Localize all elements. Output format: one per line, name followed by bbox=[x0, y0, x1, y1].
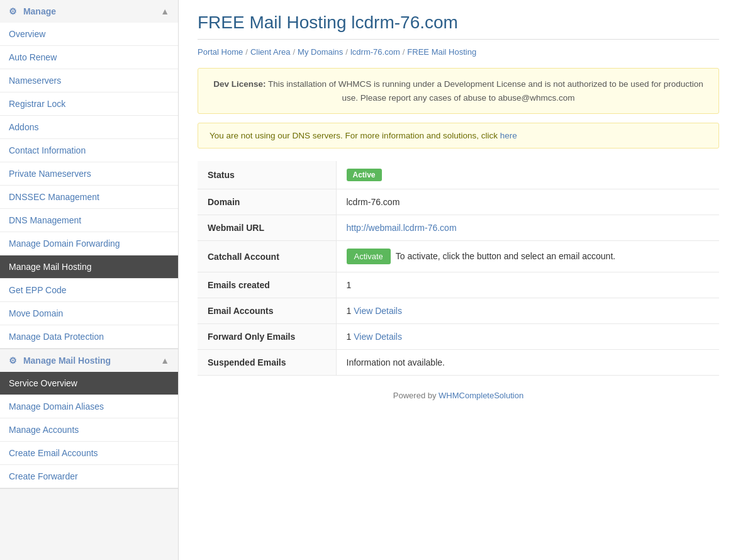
sidebar-item-nameservers[interactable]: Nameservers bbox=[0, 69, 178, 92]
table-cell-label: Catchall Account bbox=[198, 241, 336, 272]
breadcrumb-link-portal-home[interactable]: Portal Home bbox=[198, 47, 243, 57]
sidebar-item-private-nameservers[interactable]: Private Nameservers bbox=[0, 162, 178, 186]
table-cell-value: lcdrm-76.com bbox=[336, 189, 719, 215]
sidebar-section-mail-hosting-header: ⚙ Manage Mail Hosting ▲ bbox=[0, 349, 178, 372]
table-row: Forward Only Emails1 View Details bbox=[198, 324, 719, 350]
webmail-url-link[interactable]: http://webmail.lcdrm-76.com bbox=[347, 223, 457, 233]
breadcrumb-separator: / bbox=[403, 47, 405, 57]
table-cell-label: Email Accounts bbox=[198, 298, 336, 324]
table-cell-value: 1 View Details bbox=[336, 298, 719, 324]
powered-by-link[interactable]: WHMCompleteSolution bbox=[439, 391, 523, 400]
dev-license-text: This installation of WHMCS is running un… bbox=[266, 79, 703, 103]
table-cell-value: 1 View Details bbox=[336, 324, 719, 350]
chevron-up-icon2: ▲ bbox=[160, 356, 169, 366]
sidebar-item-addons[interactable]: Addons bbox=[0, 116, 178, 139]
sidebar-section1-title: Manage bbox=[23, 6, 56, 16]
table-cell-value: 1 bbox=[336, 272, 719, 298]
sidebar-item-manage-domain-forwarding[interactable]: Manage Domain Forwarding bbox=[0, 232, 178, 255]
gear-icon-manage: ⚙ bbox=[9, 6, 17, 16]
sidebar-item-dnssec-management[interactable]: DNSSEC Management bbox=[0, 186, 178, 209]
powered-by-prefix: Powered by bbox=[393, 391, 439, 400]
breadcrumb-link-client-area[interactable]: Client Area bbox=[250, 47, 291, 57]
powered-by: Powered by WHMCompleteSolution bbox=[198, 391, 719, 400]
sidebar-section-manage: ⚙ Manage ▲ OverviewAuto RenewNameservers… bbox=[0, 0, 178, 349]
breadcrumb-item-free-mail-hosting: FREE Mail Hosting bbox=[407, 47, 476, 57]
gear-icon-mail: ⚙ bbox=[9, 356, 17, 366]
chevron-up-icon: ▲ bbox=[160, 6, 169, 16]
table-row: Catchall AccountActivateTo activate, cli… bbox=[198, 241, 719, 272]
breadcrumb-separator: / bbox=[245, 47, 248, 57]
breadcrumb-link-lcdrm-76.com[interactable]: lcdrm-76.com bbox=[350, 47, 400, 57]
table-row: Emails created1 bbox=[198, 272, 719, 298]
table-row: StatusActive bbox=[198, 161, 719, 189]
view-details-link[interactable]: View Details bbox=[354, 306, 402, 316]
sidebar-item-manage-accounts[interactable]: Manage Accounts bbox=[0, 418, 178, 442]
sidebar-section2-title: Manage Mail Hosting bbox=[23, 356, 111, 366]
sidebar-section2-items: Service OverviewManage Domain AliasesMan… bbox=[0, 372, 178, 488]
status-badge: Active bbox=[347, 169, 382, 181]
view-details-link[interactable]: View Details bbox=[354, 332, 402, 342]
breadcrumb-separator: / bbox=[345, 47, 348, 57]
sidebar: ⚙ Manage ▲ OverviewAuto RenewNameservers… bbox=[0, 0, 179, 560]
dev-license-prefix: Dev License: bbox=[213, 79, 266, 89]
sidebar-item-manage-mail-hosting[interactable]: Manage Mail Hosting bbox=[0, 255, 178, 279]
breadcrumb-separator: / bbox=[293, 47, 295, 57]
table-cell-value: Information not available. bbox=[336, 350, 719, 376]
breadcrumb: Portal Home/Client Area/My Domains/lcdrm… bbox=[198, 47, 719, 57]
sidebar-item-move-domain[interactable]: Move Domain bbox=[0, 302, 178, 325]
sidebar-item-dns-management[interactable]: DNS Management bbox=[0, 209, 178, 232]
dns-alert: You are not using our DNS servers. For m… bbox=[198, 123, 719, 148]
table-cell-label: Emails created bbox=[198, 272, 336, 298]
sidebar-item-create-email-accounts[interactable]: Create Email Accounts bbox=[0, 442, 178, 465]
sidebar-item-overview[interactable]: Overview bbox=[0, 23, 178, 46]
table-row: Suspended EmailsInformation not availabl… bbox=[198, 350, 719, 376]
sidebar-section-manage-header: ⚙ Manage ▲ bbox=[0, 0, 178, 23]
table-row: Webmail URLhttp://webmail.lcdrm-76.com bbox=[198, 215, 719, 241]
dev-license-alert: Dev License: This installation of WHMCS … bbox=[198, 68, 719, 114]
sidebar-item-contact-information[interactable]: Contact Information bbox=[0, 139, 178, 162]
sidebar-item-auto-renew[interactable]: Auto Renew bbox=[0, 46, 178, 69]
table-cell-label: Suspended Emails bbox=[198, 350, 336, 376]
main-content: FREE Mail Hosting lcdrm-76.com Portal Ho… bbox=[179, 0, 738, 560]
info-table: StatusActiveDomainlcdrm-76.comWebmail UR… bbox=[198, 161, 719, 376]
sidebar-item-create-forwarder[interactable]: Create Forwarder bbox=[0, 465, 178, 488]
dns-alert-link[interactable]: here bbox=[500, 131, 517, 140]
table-cell-value: http://webmail.lcdrm-76.com bbox=[336, 215, 719, 241]
breadcrumb-link-my-domains[interactable]: My Domains bbox=[298, 47, 343, 57]
table-row: Email Accounts1 View Details bbox=[198, 298, 719, 324]
sidebar-item-get-epp-code[interactable]: Get EPP Code bbox=[0, 279, 178, 302]
table-cell-label: Webmail URL bbox=[198, 215, 336, 241]
table-cell-label: Status bbox=[198, 161, 336, 189]
table-cell-value: Active bbox=[336, 161, 719, 189]
sidebar-item-registrar-lock[interactable]: Registrar Lock bbox=[0, 92, 178, 116]
dns-alert-text: You are not using our DNS servers. For m… bbox=[210, 131, 500, 140]
table-cell-label: Forward Only Emails bbox=[198, 324, 336, 350]
table-row: Domainlcdrm-76.com bbox=[198, 189, 719, 215]
sidebar-item-manage-data-protection[interactable]: Manage Data Protection bbox=[0, 325, 178, 349]
sidebar-section1-items: OverviewAuto RenewNameserversRegistrar L… bbox=[0, 23, 178, 349]
sidebar-section-mail-hosting: ⚙ Manage Mail Hosting ▲ Service Overview… bbox=[0, 349, 178, 489]
table-cell-value: ActivateTo activate, click the button an… bbox=[336, 241, 719, 272]
activate-button[interactable]: Activate bbox=[347, 249, 391, 264]
sidebar-item-service-overview[interactable]: Service Overview bbox=[0, 372, 178, 395]
table-cell-label: Domain bbox=[198, 189, 336, 215]
page-title: FREE Mail Hosting lcdrm-76.com bbox=[198, 13, 719, 40]
sidebar-item-manage-domain-aliases[interactable]: Manage Domain Aliases bbox=[0, 395, 178, 418]
